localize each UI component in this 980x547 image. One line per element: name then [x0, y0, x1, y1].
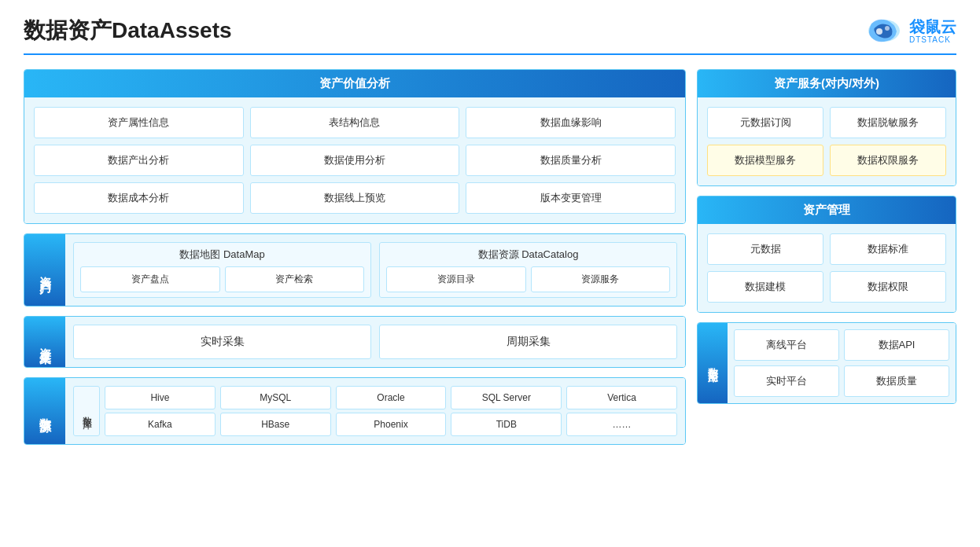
datasource-row-1: Hive MySQL Oracle SQL Server Vertica	[105, 386, 677, 409]
card-version-mgmt[interactable]: 版本变更管理	[466, 182, 676, 214]
datamap-section: 数据地图 DataMap 资产盘点 资产检索	[73, 242, 371, 298]
db-label-box: 数据库	[73, 386, 100, 436]
asset-services-header: 资产服务(对内/对外)	[698, 70, 956, 97]
card-asset-attr[interactable]: 资产属性信息	[34, 107, 244, 138]
svg-point-1	[876, 28, 882, 35]
card-data-modeling[interactable]: 数据建模	[707, 271, 823, 303]
datamap-cards: 资产盘点 资产检索	[80, 266, 364, 292]
data-app-label: 数据应用	[698, 323, 728, 403]
card-resource-service[interactable]: 资源服务	[531, 266, 671, 292]
value-analysis-section: 资产价值分析 资产属性信息 表结构信息 数据血缘影响 数据产出分析 数据使用分析…	[24, 69, 686, 224]
left-column: 资产价值分析 资产属性信息 表结构信息 数据血缘影响 数据产出分析 数据使用分析…	[24, 69, 686, 445]
card-asset-search[interactable]: 资产检索	[225, 266, 365, 292]
card-table-structure[interactable]: 表结构信息	[250, 107, 460, 138]
asset-portal-body: 数据地图 DataMap 资产盘点 资产检索 数据资源 DataCatalog …	[65, 234, 685, 306]
card-resource-catalog[interactable]: 资源目录	[386, 266, 526, 292]
asset-portal-section: 资产门户 数据地图 DataMap 资产盘点 资产检索 数据资源 DataCat…	[24, 233, 686, 307]
card-data-cost[interactable]: 数据成本分析	[34, 182, 244, 214]
card-hive[interactable]: Hive	[105, 386, 216, 409]
data-app-body: 离线平台 数据API 实时平台 数据质量	[728, 323, 956, 403]
card-data-preview[interactable]: 数据线上预览	[250, 182, 460, 214]
asset-collect-label: 资产采集	[24, 317, 65, 367]
datasource-inner: 数据库 Hive MySQL Oracle SQL Server Vertica	[73, 386, 677, 436]
card-data-desensitize[interactable]: 数据脱敏服务	[830, 107, 946, 138]
logo-sub: DTSTACK	[909, 35, 956, 44]
asset-management-section: 资产管理 元数据 数据标准 数据建模 数据权限	[697, 196, 956, 313]
logo-area: 袋鼠云 DTSTACK	[865, 16, 956, 46]
logo-name: 袋鼠云	[909, 18, 956, 35]
card-period-collect[interactable]: 周期采集	[379, 325, 677, 359]
value-analysis-body: 资产属性信息 表结构信息 数据血缘影响 数据产出分析 数据使用分析 数据质量分析…	[24, 97, 685, 223]
card-data-quality[interactable]: 数据质量分析	[466, 145, 676, 176]
card-more[interactable]: ……	[566, 413, 677, 436]
card-data-usage[interactable]: 数据使用分析	[250, 145, 460, 176]
asset-portal-label: 资产门户	[24, 234, 65, 306]
datasource-body: 数据库 Hive MySQL Oracle SQL Server Vertica	[65, 378, 685, 444]
card-tidb[interactable]: TiDB	[451, 413, 562, 436]
datasource-row-2: Kafka HBase Phoenix TiDB ……	[105, 413, 677, 436]
asset-services-section: 资产服务(对内/对外) 元数据订阅 数据脱敏服务 数据模型服务 数据权限服务	[697, 69, 956, 186]
datasource-cards-col: Hive MySQL Oracle SQL Server Vertica Kaf…	[105, 386, 677, 436]
card-metadata-subscribe[interactable]: 元数据订阅	[707, 107, 823, 138]
page-title: 数据资产DataAssets	[24, 16, 232, 46]
card-realtime-collect[interactable]: 实时采集	[73, 325, 371, 359]
card-oracle[interactable]: Oracle	[336, 386, 447, 409]
card-data-model-service[interactable]: 数据模型服务	[707, 145, 823, 176]
card-data-permission-service[interactable]: 数据权限服务	[830, 145, 946, 176]
asset-collect-body: 实时采集 周期采集	[65, 317, 685, 367]
asset-management-body: 元数据 数据标准 数据建模 数据权限	[698, 224, 956, 312]
card-hbase[interactable]: HBase	[220, 413, 331, 436]
right-column: 资产服务(对内/对外) 元数据订阅 数据脱敏服务 数据模型服务 数据权限服务 资…	[697, 69, 956, 445]
svg-point-2	[885, 26, 890, 31]
asset-services-body: 元数据订阅 数据脱敏服务 数据模型服务 数据权限服务	[698, 97, 956, 185]
datamap-title: 数据地图 DataMap	[80, 248, 364, 262]
datasource-section: 数据源 数据库 Hive MySQL Oracle SQL Server	[24, 377, 686, 445]
asset-management-header: 资产管理	[698, 196, 956, 224]
main-layout: 资产价值分析 资产属性信息 表结构信息 数据血缘影响 数据产出分析 数据使用分析…	[24, 69, 956, 445]
card-mysql[interactable]: MySQL	[220, 386, 331, 409]
card-metadata[interactable]: 元数据	[707, 233, 823, 265]
card-data-lineage[interactable]: 数据血缘影响	[466, 107, 676, 138]
card-asset-inventory[interactable]: 资产盘点	[80, 266, 220, 292]
portal-inner-row: 数据地图 DataMap 资产盘点 资产检索 数据资源 DataCatalog …	[73, 242, 677, 298]
card-data-api[interactable]: 数据API	[844, 329, 949, 361]
value-analysis-header: 资产价值分析	[24, 70, 685, 97]
card-phoenix[interactable]: Phoenix	[336, 413, 447, 436]
card-data-output[interactable]: 数据产出分析	[34, 145, 244, 176]
card-vertica[interactable]: Vertica	[566, 386, 677, 409]
card-sqlserver[interactable]: SQL Server	[451, 386, 562, 409]
card-realtime-platform[interactable]: 实时平台	[734, 365, 839, 397]
data-app-section: 数据应用 离线平台 数据API 实时平台 数据质量	[697, 322, 956, 404]
logo-icon	[865, 16, 903, 46]
card-data-quality-app[interactable]: 数据质量	[844, 365, 949, 397]
card-data-standard[interactable]: 数据标准	[830, 233, 946, 265]
card-data-permission[interactable]: 数据权限	[830, 271, 946, 303]
datacatalog-cards: 资源目录 资源服务	[386, 266, 670, 292]
datacatalog-section: 数据资源 DataCatalog 资源目录 资源服务	[379, 242, 677, 298]
logo-text: 袋鼠云 DTSTACK	[909, 18, 956, 44]
card-kafka[interactable]: Kafka	[105, 413, 216, 436]
card-offline-platform[interactable]: 离线平台	[734, 329, 839, 361]
datasource-label: 数据源	[24, 378, 65, 444]
value-analysis-grid: 资产属性信息 表结构信息 数据血缘影响 数据产出分析 数据使用分析 数据质量分析…	[34, 107, 676, 214]
datacatalog-title: 数据资源 DataCatalog	[386, 248, 670, 262]
asset-collect-section: 资产采集 实时采集 周期采集	[24, 316, 686, 368]
page-header: 数据资产DataAssets 袋鼠云 DTSTACK	[24, 16, 956, 55]
